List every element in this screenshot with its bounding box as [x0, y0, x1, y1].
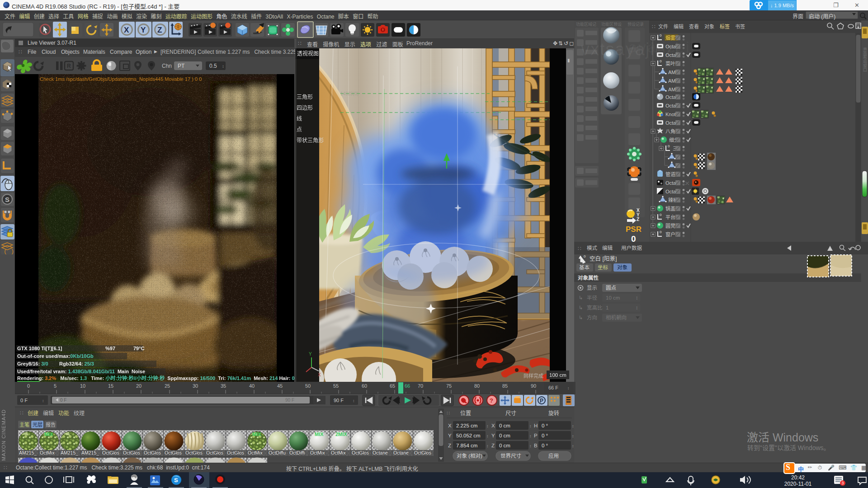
svg-text:%97: %97 [105, 346, 115, 351]
svg-text:0 F: 0 F [20, 398, 28, 403]
svg-text:主笔: 主笔 [19, 422, 29, 427]
svg-text:Y: Y [309, 352, 312, 357]
svg-text:↳: ↳ [579, 305, 583, 310]
svg-text:菜叶: 菜叶 [665, 61, 675, 66]
svg-text:65: 65 [390, 383, 395, 389]
svg-text:Y: Y [491, 433, 495, 438]
svg-text:平台: 平台 [665, 214, 675, 220]
svg-text:AM215_: AM215_ [19, 450, 37, 455]
svg-text:H: H [534, 423, 538, 428]
svg-text:30: 30 [193, 383, 198, 389]
svg-text:功能区预设: 功能区预设 [601, 22, 622, 27]
svg-text:5: 5 [54, 383, 57, 389]
svg-text:▮: ▮ [567, 58, 570, 63]
svg-text:光层: 光层 [33, 422, 42, 427]
svg-text:Y: Y [141, 26, 146, 34]
svg-text:半径: 半径 [587, 295, 597, 300]
svg-text:0 cm: 0 cm [499, 423, 510, 428]
svg-text:∷: ∷ [652, 23, 656, 30]
svg-text:B: B [534, 443, 538, 448]
svg-text:纹理: 纹理 [74, 410, 85, 417]
svg-text:三角形: 三角形 [297, 94, 313, 100]
svg-text:( ): ( ) [4, 248, 14, 255]
svg-text:Z: Z [448, 443, 451, 448]
svg-text:OctDiffu: OctDiffu [269, 450, 286, 455]
svg-text:10: 10 [80, 383, 85, 389]
svg-text:PSR: PSR [626, 225, 642, 234]
svg-text:↕: ↕ [529, 434, 532, 438]
svg-text:Octa: Octa [665, 94, 676, 100]
svg-text:90 F: 90 F [334, 398, 344, 403]
svg-text:MIX: MIX [252, 432, 261, 437]
svg-text:Used/free/total vram: 1.438Gb/: Used/free/total vram: 1.438Gb/8.041Gb/11… [17, 369, 145, 374]
svg-text:X: X [491, 423, 495, 428]
svg-text:↳: ↳ [579, 295, 583, 300]
svg-text:Grey8/16: 3/0 Rgb32/64:: Grey8/16: 3/0 Rgb32/64: 25/3 [17, 361, 94, 366]
svg-text:P: P [540, 398, 543, 404]
svg-text:S: S [5, 196, 9, 203]
svg-text:OctGlos: OctGlos [414, 450, 431, 455]
svg-text:管道: 管道 [665, 171, 675, 177]
svg-text:50: 50 [305, 383, 311, 389]
svg-text:应用: 应用 [548, 453, 559, 459]
svg-text:0 cm: 0 cm [499, 443, 510, 448]
svg-text:四边形: 四边形 [297, 105, 313, 111]
svg-text:∷: ∷ [20, 410, 24, 416]
svg-text:OctGlos: OctGlos [144, 450, 161, 455]
svg-text:85: 85 [502, 383, 508, 389]
svg-text:90: 90 [531, 383, 536, 389]
svg-text:↕: ↕ [486, 424, 489, 428]
svg-text:AM: AM [668, 70, 676, 75]
svg-text:10 cm: 10 cm [606, 295, 620, 300]
svg-text:OctMix: OctMix [248, 450, 263, 455]
svg-text:↕: ↕ [486, 434, 489, 438]
svg-text:0: 0 [27, 383, 30, 389]
svg-text:报告: 报告 [46, 422, 56, 427]
svg-text:P: P [534, 433, 538, 438]
svg-text:⤫: ⤫ [685, 181, 689, 186]
svg-text:OctMix: OctMix [310, 450, 325, 455]
svg-text:窗户: 窗户 [665, 231, 675, 237]
svg-text:20:42: 20:42 [791, 474, 805, 481]
svg-text:圆点: 圆点 [606, 285, 616, 291]
svg-text:OctGlos: OctGlos [165, 450, 182, 455]
svg-text:编辑: 编辑 [43, 410, 54, 417]
svg-text:66: 66 [405, 383, 410, 389]
svg-text:编辑: 编辑 [602, 245, 613, 251]
svg-text:↕: ↕ [572, 444, 574, 448]
svg-text:空白 [阳景]: 空白 [阳景] [590, 255, 617, 262]
svg-text:50.052 cm: 50.052 cm [456, 433, 481, 438]
svg-text:80: 80 [474, 383, 480, 389]
svg-text:0 cm: 0 cm [499, 433, 510, 438]
svg-text:↳: ↳ [579, 315, 583, 320]
svg-text:2MIX: 2MIX [335, 432, 347, 437]
svg-text:世界尺寸: 世界尺寸 [500, 453, 521, 459]
svg-text:AM215_: AM215_ [81, 450, 99, 455]
svg-text:位置: 位置 [460, 410, 471, 417]
svg-text:OctGlos: OctGlos [206, 450, 223, 455]
svg-text:点: 点 [297, 127, 302, 133]
svg-text:界面布局窗口: 界面布局窗口 [863, 47, 867, 72]
svg-text:Octane: Octane [373, 450, 388, 455]
svg-text:↕: ↕ [486, 444, 489, 448]
svg-text:Octa: Octa [665, 180, 676, 186]
svg-text:3: 3 [841, 481, 844, 485]
svg-text:OctDiffi: OctDiffi [289, 450, 305, 455]
svg-text:旋转: 旋转 [548, 410, 559, 417]
svg-text:透视视图: 透视视图 [297, 50, 319, 57]
svg-text:0 °: 0 ° [542, 433, 548, 438]
svg-text:20: 20 [136, 383, 142, 389]
svg-text:↕: ↕ [529, 424, 532, 428]
svg-text:AM215_: AM215_ [61, 450, 78, 455]
svg-text:∷: ∷ [447, 410, 450, 416]
svg-text:↕: ↕ [529, 444, 532, 448]
svg-text:∷: ∷ [578, 245, 581, 252]
svg-text:宽高比: 宽高比 [587, 305, 603, 310]
svg-text:同样完成: 同样完成 [524, 373, 543, 379]
svg-text:79°C: 79°C [133, 346, 145, 351]
svg-text:锅盖: 锅盖 [665, 206, 675, 211]
svg-text:1: 1 [606, 305, 609, 310]
svg-text:相机朝向: 相机朝向 [606, 314, 627, 320]
svg-text:圆凳: 圆凳 [665, 223, 675, 229]
svg-text:编辑: 编辑 [674, 23, 684, 29]
